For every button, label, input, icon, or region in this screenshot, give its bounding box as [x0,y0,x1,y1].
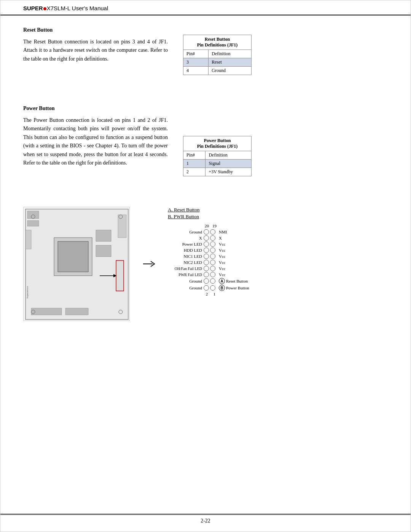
power-col1-header: Pin# [183,151,206,160]
pin-left-ground1: Ground [168,230,202,234]
reset-pin-table: Reset Button Pin Definitions (JF1) Pin# … [183,35,252,75]
pin-pair-8 [204,272,215,277]
svg-rect-10 [25,230,31,249]
power-row1-pin: 1 [183,160,206,168]
pin-right-nmi: NMI [219,230,234,234]
pin-left-ground3: Ground [168,286,202,290]
pin-left-ground2: Ground [168,279,202,283]
pin-pair-9 [204,278,215,284]
power-col2-header: Definition [206,151,252,160]
pin-right-pwr-button: B Power Button [219,285,249,291]
motherboard-diagram: Supermicro [23,207,130,321]
reset-button-section: Reset Button The Reset Button connection… [23,27,388,75]
pin-left-oh-fan-led: OH/Fan Fail LED [168,267,202,271]
pin-circle-20-1 [204,229,209,235]
pin-circle-20-2 [204,235,209,241]
power-button-label: Power Button [226,286,249,290]
col-num-19: 19 [211,224,218,228]
pin-left-hdd-led: HDD LED [168,248,202,252]
page-header: SUPERX7SLM-L User's Manual [0,0,411,16]
pin-row-hdd-led: HDD LED Vcc [168,248,388,253]
spacer2 [23,188,388,199]
pin-left-nic1-led: NIC1 LED [168,254,202,259]
section-arrow [141,258,156,270]
pin-circle-20-4 [204,248,209,253]
svg-rect-2 [58,241,88,272]
power-pin-table: Power Button Pin Definitions (JF1) Pin# … [183,136,252,176]
bottom-num-2: 2 [204,292,210,296]
pin-left-x: X [168,236,202,240]
bottom-num-1: 1 [211,292,218,296]
reset-row2-def: Ground [209,67,252,75]
power-row2-def: +3V Standby [206,168,252,176]
pin-row-x-x: X X [168,235,388,241]
pin-left-nic2-led: NIC2 LED [168,260,202,265]
pin-pair-2 [204,235,215,241]
pin-right-vcc1: Vcc [219,242,234,246]
pin-circle-19-6 [210,260,215,265]
reset-row1-pin: 3 [183,58,209,67]
power-button-right: Power Button Pin Definitions (JF1) Pin# … [183,105,388,176]
pin-left-power-led: Power LED [168,242,202,246]
diagram-labels: A. Reset Button B. PWR Button [168,207,388,220]
pin-circle-20-6 [204,260,209,265]
diagram-label-a: A. Reset Button [168,207,388,213]
main-content: Reset Button The Reset Button connection… [0,16,411,329]
pin-circle-19-8 [210,272,215,277]
pin-right-reset-button: A Reset Button [219,278,248,284]
model-number: X7SLM-L [47,5,70,11]
power-table-header: Power Button Pin Definitions (JF1) [183,136,252,151]
pin-circle-20-9 [204,278,209,284]
pin-circle-20-8 [204,272,209,277]
pin-row-ground-nmi: Ground NMI [168,229,388,235]
svg-rect-7 [65,308,88,315]
pin-right-vcc4: Vcc [219,260,234,265]
pin-circle-19-4 [210,248,215,253]
svg-rect-4 [27,220,39,226]
power-button-left: Power Button The Power Button connection… [23,105,168,176]
pin-circle-20-10 [204,285,209,291]
pin-col-numbers: 20 19 [168,224,388,228]
reset-row1-def: Reset [209,58,252,67]
brand-dot [43,7,46,10]
pin-bottom-numbers: 2 1 [168,292,388,296]
pin-pair-5 [204,254,215,259]
power-button-title: Power Button [23,105,168,112]
power-pin-table-wrapper: Power Button Pin Definitions (JF1) Pin# … [183,136,388,176]
pin-circle-20-7 [204,266,209,271]
pin-pair-10 [204,285,215,291]
pin-circle-19-7 [210,266,215,271]
power-row1-def: Signal [206,160,252,168]
pin-pair-1 [204,229,215,235]
reset-button-label: Reset Button [226,279,248,283]
pin-row-ground-reset: Ground A Reset Button [168,278,388,284]
pin-pair-6 [204,260,215,265]
pin-pair-7 [204,266,215,271]
svg-rect-11 [116,260,124,291]
reset-row2-pin: 4 [183,67,209,75]
svg-rect-9 [96,245,111,257]
pin-rows-container: Ground NMI X X [168,229,388,291]
pin-circle-20-5 [204,254,209,259]
connector-b: B [219,285,225,291]
reset-button-left: Reset Button The Reset Button connection… [23,27,168,75]
pin-pair-4 [204,248,215,253]
pin-right-vcc2: Vcc [219,248,234,252]
spacer1 [23,86,388,105]
svg-rect-8 [96,230,111,241]
pin-circle-19-1 [210,229,215,235]
page-container: SUPERX7SLM-L User's Manual Reset Button … [0,0,411,532]
reset-col1-header: Pin# [183,50,209,58]
reset-table-header: Reset Button Pin Definitions (JF1) [183,35,252,50]
pin-right-vcc5: Vcc [219,266,234,271]
power-button-section: Power Button The Power Button connection… [23,105,388,176]
pin-row-pwr-fail-led: PWR Fail LED Vcc [168,272,388,277]
page-number: 2-22 [201,518,210,524]
reset-pin-table-wrapper: Reset Button Pin Definitions (JF1) Pin# … [183,35,388,75]
diagram-label-b: B. PWR Button [168,214,388,220]
power-button-body: The Power Button connection is located o… [23,116,168,167]
reset-col2-header: Definition [209,50,252,58]
power-row2-pin: 2 [183,168,206,176]
pin-right-x: X [219,236,234,240]
page-footer: 2-22 [0,514,411,524]
